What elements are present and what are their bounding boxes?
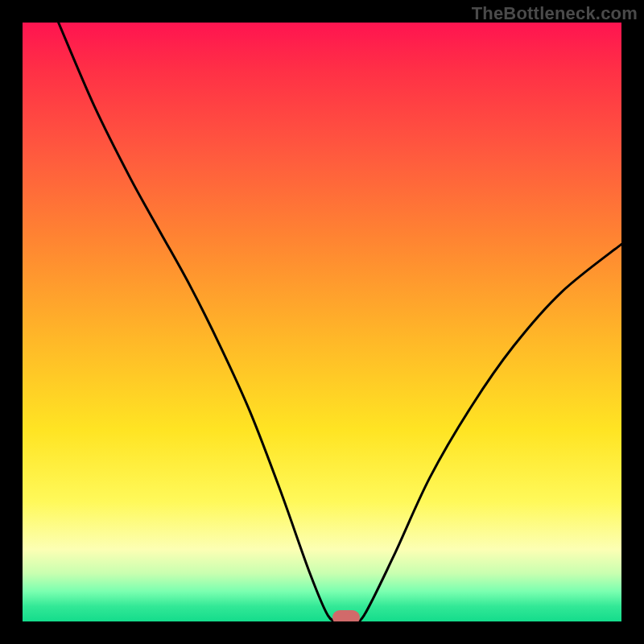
watermark-text: TheBottleneck.com [472,3,638,24]
chart-frame: TheBottleneck.com [0,0,644,644]
optimal-marker [332,610,360,621]
plot-area [23,23,621,621]
curve-layer [23,23,621,621]
curve-path [59,23,621,621]
